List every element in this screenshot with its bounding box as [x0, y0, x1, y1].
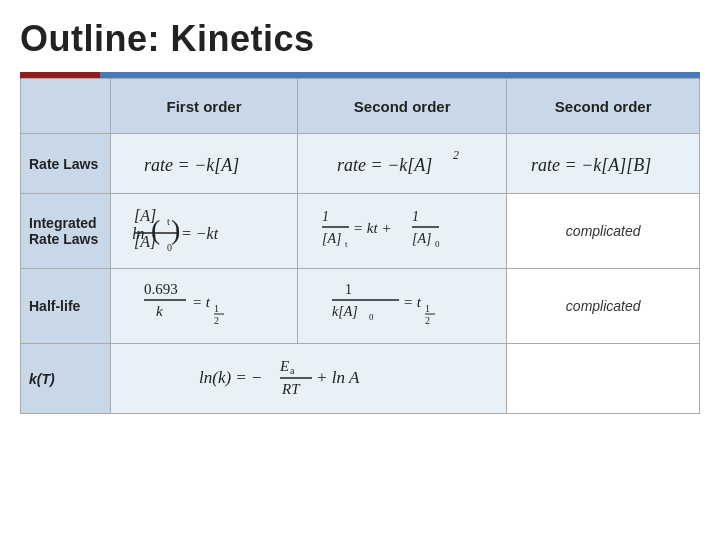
page: Outline: Kinetics First order Second ord…: [0, 0, 720, 540]
svg-text:rate = −k[A]: rate = −k[A]: [144, 155, 239, 175]
integrated-second-order: 1 [A] t = kt + 1 [A] 0: [298, 194, 507, 269]
page-title: Outline: Kinetics: [20, 18, 700, 60]
kt-empty: [507, 344, 700, 414]
halflife-second-bimolecular: complicated: [507, 269, 700, 344]
svg-text:0: 0: [435, 239, 440, 249]
integrated-second-bimolecular: complicated: [507, 194, 700, 269]
svg-text:= −kt: = −kt: [181, 225, 219, 242]
label-integrated: Integrated Rate Laws: [21, 194, 111, 269]
svg-text:rate = −k[A][B]: rate = −k[A][B]: [531, 155, 651, 175]
table-row-rate-laws: Rate Laws rate = −k[A] rate = −k[A] 2: [21, 134, 700, 194]
label-halflife: Half-life: [21, 269, 111, 344]
svg-text:ln: ln: [132, 225, 144, 242]
svg-text:2: 2: [425, 315, 430, 326]
rate-law-second-order-bimolecular: rate = −k[A][B]: [507, 134, 700, 194]
title-bar: [20, 72, 700, 78]
svg-text:RT: RT: [281, 381, 301, 397]
integrated-first-order: [A] t [A] 0 = −kt ln ( ): [111, 194, 298, 269]
svg-text:a: a: [290, 365, 295, 376]
label-kt: k(T): [21, 344, 111, 414]
svg-text:1: 1: [345, 282, 352, 297]
svg-text:): ): [171, 214, 180, 245]
kt-formula: ln(k) = − E a RT + ln A: [111, 344, 507, 414]
svg-text:0.693: 0.693: [144, 281, 178, 297]
svg-text:0: 0: [369, 312, 374, 322]
svg-text:= t: = t: [403, 294, 422, 310]
table-row-integrated: Integrated Rate Laws [A] t [A] 0 = −kt l…: [21, 194, 700, 269]
svg-text:k: k: [156, 303, 163, 319]
svg-text:ln(k) = −: ln(k) = −: [199, 368, 263, 387]
svg-text:(: (: [151, 214, 160, 245]
svg-text:1: 1: [425, 303, 430, 314]
header-second-order-1: Second order: [298, 79, 507, 134]
svg-text:= kt +: = kt +: [353, 220, 392, 236]
table-row-halflife: Half-life 0.693 k = t 1 2: [21, 269, 700, 344]
table-row-kt: k(T) ln(k) = − E a RT + ln A: [21, 344, 700, 414]
rate-law-first-order: rate = −k[A]: [111, 134, 298, 194]
svg-text:+ ln A: + ln A: [316, 368, 360, 387]
halflife-second-order: 1 k[A] 0 = t 1 2: [298, 269, 507, 344]
kinetics-table: First order Second order Second order Ra…: [20, 78, 700, 414]
label-rate-laws: Rate Laws: [21, 134, 111, 194]
header-second-order-2: Second order: [507, 79, 700, 134]
svg-text:t: t: [167, 216, 170, 227]
svg-text:= t: = t: [192, 294, 211, 310]
rate-law-second-order: rate = −k[A] 2: [298, 134, 507, 194]
halflife-first-order: 0.693 k = t 1 2: [111, 269, 298, 344]
svg-text:t: t: [345, 239, 348, 249]
svg-text:2: 2: [214, 315, 219, 326]
header-col0: [21, 79, 111, 134]
svg-text:rate = −k[A]: rate = −k[A]: [337, 155, 432, 175]
svg-text:[A]: [A]: [322, 231, 341, 246]
svg-text:1: 1: [322, 209, 329, 224]
svg-text:1: 1: [214, 303, 219, 314]
svg-text:1: 1: [412, 209, 419, 224]
svg-text:k[A]: k[A]: [332, 304, 358, 319]
svg-text:2: 2: [453, 148, 459, 162]
title-bar-main: [100, 72, 700, 78]
svg-text:E: E: [279, 358, 289, 374]
svg-text:[A]: [A]: [412, 231, 431, 246]
title-bar-accent: [20, 72, 100, 78]
header-first-order: First order: [111, 79, 298, 134]
